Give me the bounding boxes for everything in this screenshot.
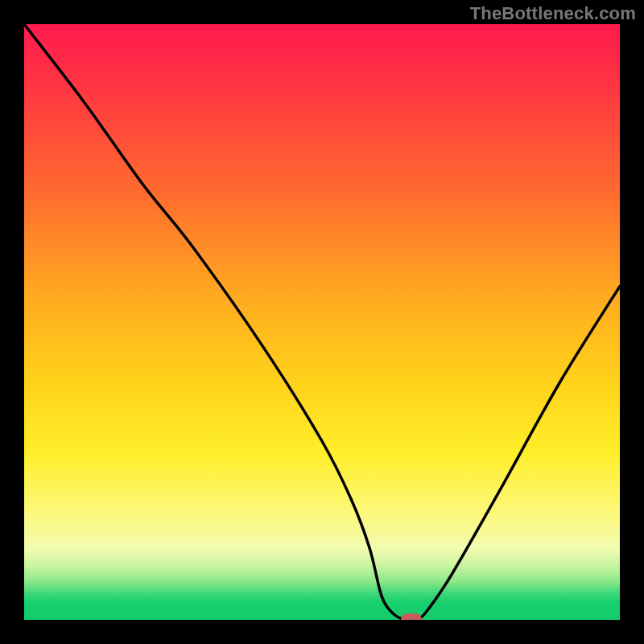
chart-frame: TheBottleneck.com [0,0,644,644]
threshold-marker [401,613,422,620]
watermark-text: TheBottleneck.com [470,3,636,24]
bottleneck-curve [24,24,620,620]
curve-path [24,24,620,620]
plot-area [24,24,620,620]
